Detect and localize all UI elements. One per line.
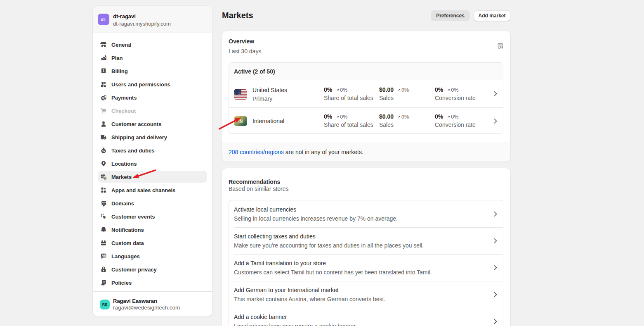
svg-text:$: $	[104, 177, 106, 179]
